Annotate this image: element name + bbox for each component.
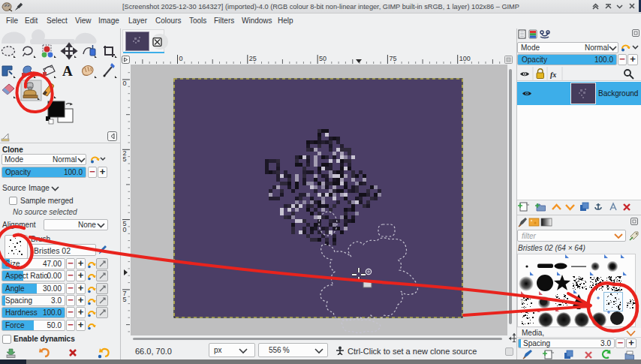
- svg-text:fx: fx: [550, 71, 556, 79]
- svg-text:A: A: [62, 63, 73, 79]
